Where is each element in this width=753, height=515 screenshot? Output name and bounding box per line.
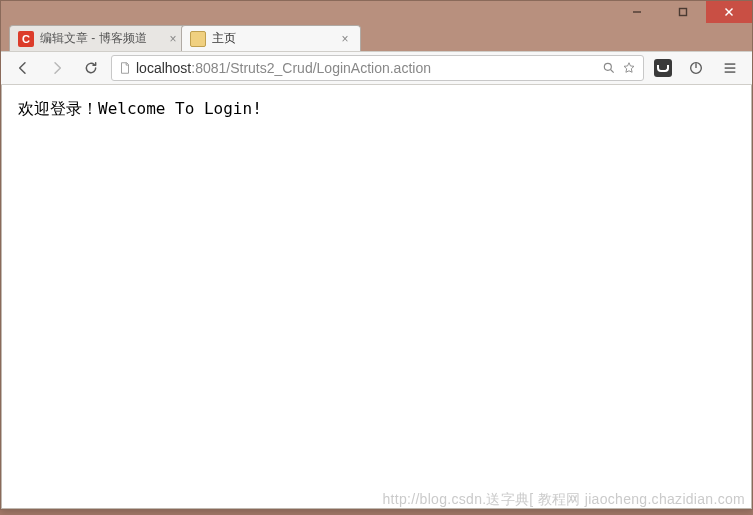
tab-title: 主页	[212, 30, 332, 47]
watermark-text: http://blog.csdn.送字典[ 教程网 jiaocheng.chaz…	[382, 491, 745, 509]
svg-rect-9	[725, 67, 736, 68]
browser-tab-inactive[interactable]: C 编辑文章 - 博客频道 ×	[9, 25, 189, 51]
back-button[interactable]	[9, 55, 37, 81]
power-icon[interactable]	[682, 55, 710, 81]
tab-strip: C 编辑文章 - 博客频道 × 主页 ×	[1, 23, 752, 51]
browser-window: C 编辑文章 - 博客频道 × 主页 × localhost:8081/Stru…	[0, 0, 753, 510]
browser-tab-active[interactable]: 主页 ×	[181, 25, 361, 51]
bookmark-star-icon[interactable]	[621, 60, 637, 76]
svg-rect-1	[680, 9, 687, 16]
window-titlebar	[1, 1, 752, 23]
svg-rect-8	[725, 63, 736, 64]
window-close-button[interactable]	[706, 1, 752, 23]
search-icon[interactable]	[601, 60, 617, 76]
svg-point-4	[604, 63, 611, 70]
svg-rect-10	[725, 71, 736, 72]
favicon-icon: C	[18, 31, 34, 47]
tab-close-button[interactable]: ×	[338, 32, 352, 46]
chrome-menu-button[interactable]	[716, 55, 744, 81]
url-text: localhost:8081/Struts2_Crud/LoginAction.…	[136, 60, 597, 76]
tab-close-button[interactable]: ×	[166, 32, 180, 46]
page-content: 欢迎登录！Welcome To Login!	[1, 85, 752, 509]
reload-button[interactable]	[77, 55, 105, 81]
pocket-extension-button[interactable]	[650, 55, 676, 81]
favicon-icon	[190, 31, 206, 47]
welcome-message: 欢迎登录！Welcome To Login!	[18, 99, 735, 120]
window-maximize-button[interactable]	[660, 1, 706, 23]
tab-title: 编辑文章 - 博客频道	[40, 30, 160, 47]
pocket-icon	[654, 59, 672, 77]
address-bar[interactable]: localhost:8081/Struts2_Crud/LoginAction.…	[111, 55, 644, 81]
svg-line-5	[611, 70, 614, 73]
page-info-icon	[118, 61, 132, 75]
browser-toolbar: localhost:8081/Struts2_Crud/LoginAction.…	[1, 51, 752, 85]
window-minimize-button[interactable]	[614, 1, 660, 23]
forward-button[interactable]	[43, 55, 71, 81]
